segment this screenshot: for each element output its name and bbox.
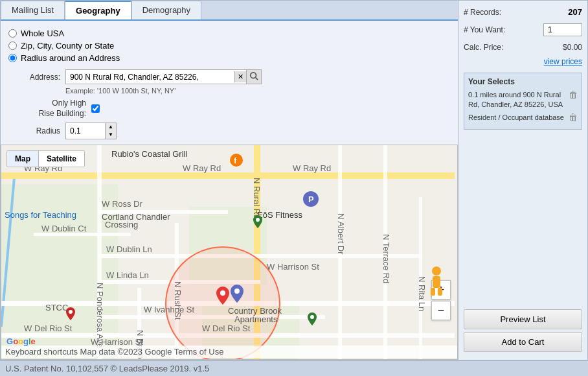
radius-input-wrap: ▲ ▼ (65, 123, 117, 139)
svg-text:W Ray Rd: W Ray Rd (183, 163, 221, 173)
high-rise-checkbox[interactable] (91, 104, 100, 113)
svg-point-24 (220, 290, 225, 296)
main-container: Mailing List Geography Demography Whole … (0, 0, 588, 376)
svg-text:W Del Rio St: W Del Rio St (202, 323, 251, 333)
svg-text:Rubio's Coastal Grill: Rubio's Coastal Grill (111, 149, 187, 159)
radio-zip-city-label: Zip, City, County or State (21, 41, 114, 51)
radio-radius[interactable]: Radius around an Address (8, 53, 450, 63)
svg-text:W Dublin Ln: W Dublin Ln (106, 244, 152, 254)
svg-text:W Del Rio St: W Del Rio St (24, 323, 73, 333)
add-to-cart-button[interactable]: Add to Cart (464, 332, 582, 352)
preview-list-button[interactable]: Preview List (464, 309, 582, 329)
radio-zip-city[interactable]: Zip, City, County or State (8, 41, 450, 51)
select-item-0-text: 0.1 miles around 900 N Rural Rd, Chandle… (468, 90, 566, 110)
map-container[interactable]: Rubio's Coastal Grill W Ray Rd W Ray Rd … (1, 145, 458, 360)
map-btn-group: Map Satellite (6, 150, 85, 167)
footer-bar: U.S. Patent No. 10,102,557 © LeadsPlease… (0, 360, 588, 376)
map-svg: Rubio's Coastal Grill W Ray Rd W Ray Rd … (1, 145, 457, 359)
svg-text:W Dublin Ct: W Dublin Ct (41, 224, 87, 233)
address-example: Example: '100 W 100th St, NY, NY' (65, 87, 450, 95)
radius-label: Radius (21, 126, 60, 135)
svg-line-1 (256, 78, 258, 80)
right-panel: # Records: 207 # You Want: Calc. Price: … (458, 0, 588, 360)
your-selects-title: Your Selects (468, 77, 578, 86)
radio-whole-usa-input[interactable] (8, 29, 17, 38)
records-label: # Records: (464, 8, 501, 17)
address-search-button[interactable] (246, 70, 261, 84)
svg-rect-12 (98, 254, 422, 258)
radio-whole-usa[interactable]: Whole USA (8, 29, 450, 38)
google-logo: Google (6, 336, 36, 346)
svg-text:Apartments: Apartments (234, 314, 278, 324)
map-footer-text: Keyboard shortcuts Map data ©2023 Google… (5, 347, 223, 357)
svg-text:W Ray Rd: W Ray Rd (293, 163, 331, 173)
tab-demography[interactable]: Demography (131, 1, 201, 19)
you-want-label: # You Want: (464, 25, 505, 34)
radio-zip-city-input[interactable] (8, 41, 17, 50)
radio-radius-input[interactable] (8, 54, 17, 62)
svg-point-0 (251, 73, 256, 78)
tab-mailing-list[interactable]: Mailing List (1, 1, 65, 19)
radius-spinners: ▲ ▼ (105, 123, 116, 139)
svg-rect-64 (438, 288, 442, 296)
radius-up-button[interactable]: ▲ (106, 123, 116, 131)
address-row: Address: ✕ (21, 69, 450, 84)
left-panel: Mailing List Geography Demography Whole … (0, 0, 458, 360)
address-clear-button[interactable]: ✕ (234, 71, 246, 82)
radius-down-button[interactable]: ▼ (106, 131, 116, 139)
map-area: Rubio's Coastal Grill W Ray Rd W Ray Rd … (1, 145, 457, 359)
top-area: Mailing List Geography Demography Whole … (0, 0, 588, 360)
address-section: Address: ✕ Example: '1 (21, 69, 450, 95)
content-area: Whole USA Zip, City, County or State Rad… (1, 21, 458, 145)
view-prices-link[interactable]: view prices (464, 57, 582, 66)
map-footer: Keyboard shortcuts Map data ©2023 Google… (1, 346, 457, 358)
select-item-1-text: Resident / Occupant database (468, 113, 566, 123)
calc-price-row: Calc. Price: $0.00 (464, 41, 582, 53)
svg-text:N Rush St: N Rush St (173, 281, 183, 320)
you-want-input[interactable] (543, 23, 582, 36)
select-item-0: 0.1 miles around 900 N Rural Rd, Chandle… (468, 90, 578, 110)
radius-input[interactable] (66, 124, 105, 137)
svg-point-61 (432, 266, 441, 276)
svg-point-59 (310, 315, 314, 319)
svg-text:N Ponderosa Ave: N Ponderosa Ave (95, 283, 105, 348)
high-rise-row: Only HighRise Building: (21, 99, 450, 119)
svg-text:P: P (308, 194, 314, 204)
select-item-0-delete[interactable]: 🗑 (569, 90, 578, 99)
radio-group: Whole USA Zip, City, County or State Rad… (8, 29, 450, 63)
svg-text:N Albert Dr: N Albert Dr (336, 213, 346, 255)
radio-radius-label: Radius around an Address (21, 53, 120, 63)
map-view-satellite-button[interactable]: Satellite (38, 151, 84, 167)
zoom-out-button[interactable]: − (431, 301, 451, 320)
street-view-icon[interactable] (427, 266, 446, 298)
map-view-controls: Map Satellite (6, 150, 85, 167)
radio-whole-usa-label: Whole USA (21, 29, 64, 38)
svg-text:STCC: STCC (45, 303, 68, 312)
svg-text:Crossing: Crossing (105, 220, 138, 229)
tabs: Mailing List Geography Demography (1, 1, 458, 21)
svg-rect-63 (431, 288, 435, 296)
address-input[interactable] (66, 71, 234, 84)
select-item-1-delete[interactable]: 🗑 (569, 113, 578, 122)
calc-price-value: $0.00 (563, 43, 582, 52)
svg-text:Songs for Teaching: Songs for Teaching (5, 210, 76, 220)
svg-text:N Rural Rd: N Rural Rd (252, 178, 262, 219)
svg-text:f: f (234, 156, 237, 165)
svg-text:W Ivanhoe St: W Ivanhoe St (144, 305, 194, 314)
calc-price-label: Calc. Price: (464, 43, 503, 52)
radius-row: Radius ▲ ▼ (21, 123, 450, 139)
you-want-row: # You Want: (464, 22, 582, 38)
address-label: Address: (21, 73, 60, 82)
svg-point-60 (69, 310, 73, 314)
search-icon (249, 71, 258, 80)
select-item-1: Resident / Occupant database 🗑 (468, 113, 578, 123)
svg-point-58 (256, 218, 260, 222)
records-value: 207 (568, 7, 582, 17)
svg-text:W Harrison St: W Harrison St (267, 262, 319, 272)
map-view-map-button[interactable]: Map (7, 151, 38, 167)
tab-geography[interactable]: Geography (65, 1, 131, 19)
footer-text: U.S. Patent No. 10,102,557 © LeadsPlease… (5, 364, 209, 373)
high-rise-label: Only HighRise Building: (21, 99, 86, 119)
your-selects-section: Your Selects 0.1 miles around 900 N Rura… (464, 73, 582, 130)
svg-text:N Rita Ln: N Rita Ln (417, 276, 427, 311)
